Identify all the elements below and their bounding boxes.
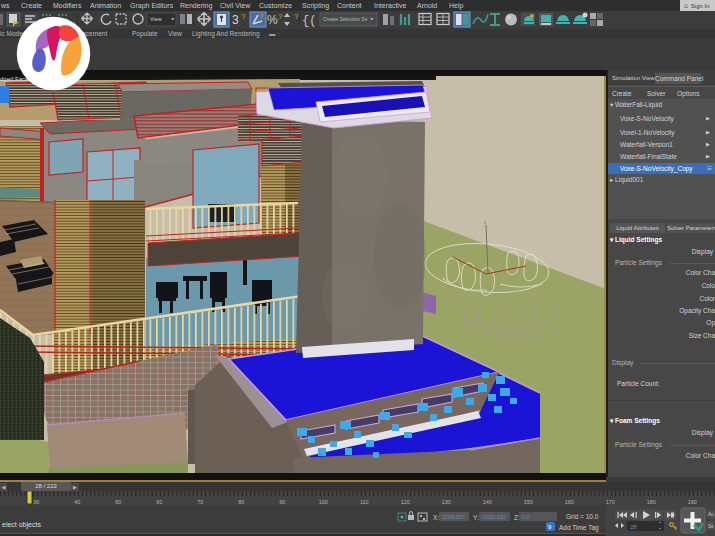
svg-text:160: 160 <box>565 499 574 505</box>
svg-text:Se: Se <box>708 524 714 529</box>
svg-text:?: ? <box>241 12 246 21</box>
svg-text:30: 30 <box>33 499 39 505</box>
svg-text:-2020.332: -2020.332 <box>481 514 506 520</box>
svg-text:70: 70 <box>197 499 203 505</box>
svg-text:3: 3 <box>232 13 239 27</box>
svg-text:50: 50 <box>115 499 121 505</box>
svg-text:180: 180 <box>647 499 656 505</box>
svg-text:{(: {( <box>302 14 316 28</box>
svg-text:2206.027: 2206.027 <box>442 514 465 520</box>
svg-text:Grid = 10.0: Grid = 10.0 <box>566 513 599 520</box>
svg-text:0.0: 0.0 <box>522 514 530 520</box>
svg-text:View: View <box>150 16 162 22</box>
svg-text:40: 40 <box>74 499 80 505</box>
svg-text:140: 140 <box>483 499 492 505</box>
svg-text:?: ? <box>294 12 299 21</box>
svg-text:80: 80 <box>238 499 244 505</box>
svg-text:?: ? <box>278 12 283 21</box>
svg-text:110: 110 <box>360 499 369 505</box>
svg-text:90: 90 <box>279 499 285 505</box>
svg-text:190: 190 <box>688 499 697 505</box>
svg-text:Au: Au <box>708 512 714 517</box>
svg-text:Y:: Y: <box>473 514 479 521</box>
svg-text:%: % <box>267 13 278 27</box>
svg-text:130: 130 <box>442 499 451 505</box>
svg-text:X:: X: <box>433 514 439 521</box>
svg-text:150: 150 <box>524 499 533 505</box>
svg-text:170: 170 <box>606 499 615 505</box>
svg-text:100: 100 <box>319 499 328 505</box>
svg-text:28: 28 <box>630 524 637 530</box>
svg-text:120: 120 <box>401 499 410 505</box>
svg-text:Create Selection Se: Create Selection Se <box>323 16 368 22</box>
svg-text:?: ? <box>259 12 264 21</box>
svg-text:60: 60 <box>156 499 162 505</box>
svg-text:Add Time Tag: Add Time Tag <box>559 524 599 532</box>
